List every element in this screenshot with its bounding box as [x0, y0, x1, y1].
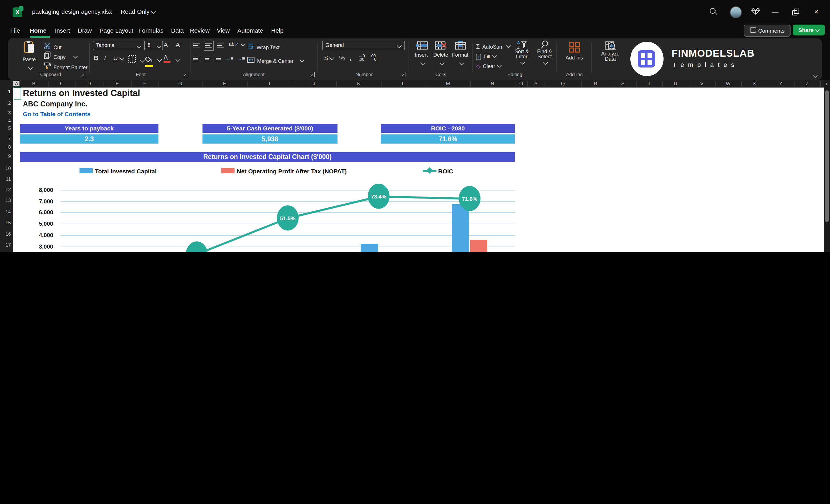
vertical-scrollbar-thumb[interactable] [825, 90, 829, 222]
orientation-button[interactable]: ab↗ [229, 41, 245, 47]
column-header-W[interactable]: W [726, 81, 731, 86]
format-painter-button[interactable]: Format Painter [43, 61, 88, 71]
menu-tab-insert[interactable]: Insert [54, 25, 71, 35]
row-header-1[interactable]: 1 [8, 89, 11, 94]
font-color-button[interactable]: A [164, 54, 170, 63]
restore-button[interactable] [790, 7, 800, 17]
merge-center-button[interactable]: Merge & Center [247, 55, 304, 65]
menu-tab-data[interactable]: Data [170, 25, 185, 35]
increase-decimal-button[interactable]: ←0.00 [359, 54, 365, 61]
column-header-K[interactable]: K [357, 81, 360, 86]
copy-button[interactable]: Copy [43, 51, 77, 61]
shrink-font-button[interactable]: Aˇ [175, 41, 181, 48]
column-header-P[interactable]: P [534, 81, 537, 86]
column-header-Q[interactable]: Q [561, 81, 565, 86]
close-button[interactable]: × [811, 7, 822, 17]
row-header-11[interactable]: 11 [6, 176, 11, 182]
column-header-R[interactable]: R [594, 81, 597, 86]
find-select-button[interactable]: Find & Select [534, 40, 555, 65]
delete-cells-button[interactable]: Delete [432, 41, 450, 68]
align-middle-button[interactable] [204, 41, 214, 51]
addins-button[interactable]: Add-ins [563, 42, 586, 61]
share-button[interactable]: Share [793, 25, 825, 35]
font-name-select[interactable]: Tahoma [93, 41, 145, 50]
number-format-select[interactable]: General [322, 41, 405, 50]
row-header-17[interactable]: 17 [5, 242, 11, 248]
comma-format-button[interactable]: , [350, 53, 352, 62]
fill-button[interactable]: ↓ Fill [476, 50, 496, 61]
underline-button[interactable]: U [113, 54, 124, 61]
italic-button[interactable]: I [104, 54, 106, 61]
align-bottom-button[interactable] [217, 42, 224, 49]
align-left-button[interactable] [193, 56, 200, 62]
column-header-S[interactable]: S [621, 81, 625, 86]
row-header-15[interactable]: 15 [5, 220, 11, 225]
search-icon[interactable] [708, 7, 719, 17]
align-center-button[interactable] [204, 56, 211, 62]
menu-tab-formulas[interactable]: Formulas [137, 25, 165, 35]
column-header-V[interactable]: V [700, 81, 703, 86]
clear-button[interactable]: ◇ Clear [476, 60, 501, 70]
column-header-H[interactable]: H [223, 81, 226, 86]
row-headers[interactable]: 1234578910111213141516171819202122232425… [0, 87, 14, 252]
column-header-X[interactable]: X [753, 81, 756, 86]
grow-font-button[interactable]: Aˆ [164, 41, 169, 48]
percent-format-button[interactable]: % [339, 54, 345, 61]
menu-tab-automate[interactable]: Automate [236, 25, 264, 35]
menu-tab-page-layout[interactable]: Page Layout [98, 25, 134, 35]
menu-tab-review[interactable]: Review [189, 25, 211, 35]
font-color-chevron[interactable] [175, 57, 181, 62]
column-header-G[interactable]: G [178, 81, 182, 86]
sort-filter-button[interactable]: AZ Sort & Filter [511, 40, 532, 65]
column-header-I[interactable]: I [269, 81, 270, 86]
font-dialog-launcher[interactable] [183, 72, 188, 77]
alignment-dialog-launcher[interactable] [310, 72, 315, 77]
row-header-8[interactable]: 8 [8, 144, 11, 150]
premium-diamond-icon[interactable] [751, 6, 761, 17]
row-header-2[interactable]: 2 [8, 100, 11, 106]
row-header-9[interactable]: 9 [8, 153, 11, 159]
format-cells-button[interactable]: Format [451, 41, 469, 68]
row-header-7[interactable]: 7 [8, 135, 11, 141]
align-top-button[interactable] [193, 42, 200, 49]
minimize-button[interactable]: — [770, 7, 780, 17]
decrease-decimal-button[interactable]: .00→0 [370, 54, 376, 61]
column-headers[interactable]: ABCDEFGHIJKLMNOPQRSTUVWXYZ [0, 80, 830, 88]
insert-cells-button[interactable]: Insert [412, 41, 430, 68]
scroll-up-arrow[interactable]: ▲ [825, 82, 829, 86]
column-header-J[interactable]: J [313, 81, 316, 86]
row-header-10[interactable]: 10 [5, 165, 11, 171]
column-header-A[interactable]: A [13, 81, 20, 86]
menu-tab-home[interactable]: Home [29, 25, 47, 35]
column-header-Z[interactable]: Z [806, 81, 808, 86]
autosum-button[interactable]: Σ AutoSum [476, 41, 511, 51]
sheet-area[interactable]: Returns on Invested Capital ABC Company … [13, 87, 824, 252]
decrease-indent-button[interactable]: ←≡ [225, 56, 234, 61]
borders-button[interactable] [128, 55, 145, 65]
column-header-D[interactable]: D [88, 81, 91, 86]
row-header-4[interactable]: 4 [8, 118, 11, 124]
column-header-F[interactable]: F [143, 81, 146, 86]
column-header-T[interactable]: T [648, 81, 651, 86]
analyze-data-button[interactable]: AnalyzeData [598, 41, 622, 62]
column-header-N[interactable]: N [491, 81, 494, 86]
column-header-M[interactable]: M [446, 81, 450, 86]
column-header-U[interactable]: U [674, 81, 677, 86]
row-header-3[interactable]: 3 [8, 110, 11, 116]
row-header-14[interactable]: 14 [5, 209, 11, 215]
cut-button[interactable]: Cut [43, 41, 62, 52]
currency-format-button[interactable]: $ [324, 54, 333, 61]
clipboard-dialog-launcher[interactable] [81, 72, 86, 77]
table-of-contents-link[interactable]: Go to Table of Contents [23, 110, 90, 117]
row-header-12[interactable]: 12 [5, 187, 11, 192]
comments-button[interactable]: Comments [744, 25, 791, 37]
number-dialog-launcher[interactable] [401, 72, 406, 77]
increase-indent-button[interactable]: →≡ [237, 56, 245, 61]
row-header-13[interactable]: 13 [5, 197, 11, 203]
row-header-16[interactable]: 16 [5, 231, 11, 237]
column-header-Y[interactable]: Y [779, 81, 782, 86]
vertical-scrollbar[interactable]: ▲ ▼ [824, 80, 830, 252]
fill-color-button[interactable] [145, 54, 153, 67]
menu-tab-file[interactable]: File [9, 25, 21, 35]
paste-button[interactable]: Paste [20, 41, 39, 73]
